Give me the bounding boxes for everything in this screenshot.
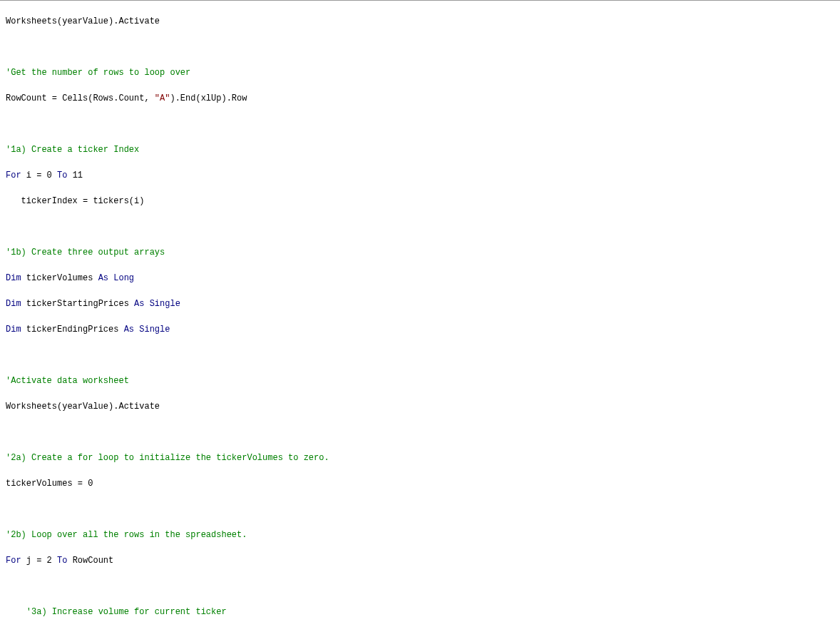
code-line	[6, 220, 834, 233]
code-line: tickerVolumes = 0	[6, 477, 834, 490]
code-line: tickerIndex = tickers(i)	[6, 195, 834, 208]
code-line	[6, 118, 834, 131]
code-line: 'Get the number of rows to loop over	[6, 66, 834, 79]
code-line: Dim tickerStartingPrices As Single	[6, 297, 834, 310]
code-line	[6, 503, 834, 516]
code-line	[6, 426, 834, 439]
code-line: '2b) Loop over all the rows in the sprea…	[6, 529, 834, 541]
code-line: 'Activate data worksheet	[6, 374, 834, 387]
code-line: Dim tickerEndingPrices As Single	[6, 323, 834, 336]
code-line: '3a) Increase volume for current ticker	[6, 606, 834, 617]
code-line: '1a) Create a ticker Index	[6, 143, 834, 156]
vba-code-editor[interactable]: Worksheets(yearValue).Activate 'Get the …	[0, 1, 840, 617]
code-line: RowCount = Cells(Rows.Count, "A").End(xl…	[6, 92, 834, 105]
code-line: Worksheets(yearValue).Activate	[6, 400, 834, 413]
code-line	[6, 580, 834, 593]
code-line: Worksheets(yearValue).Activate	[6, 15, 834, 28]
code-line: Dim tickerVolumes As Long	[6, 272, 834, 285]
code-line	[6, 349, 834, 362]
code-line: '2a) Create a for loop to initialize the…	[6, 452, 834, 464]
code-line: '1b) Create three output arrays	[6, 246, 834, 259]
code-line: For i = 0 To 11	[6, 169, 834, 182]
code-line: For j = 2 To RowCount	[6, 554, 834, 567]
code-line	[6, 41, 834, 53]
